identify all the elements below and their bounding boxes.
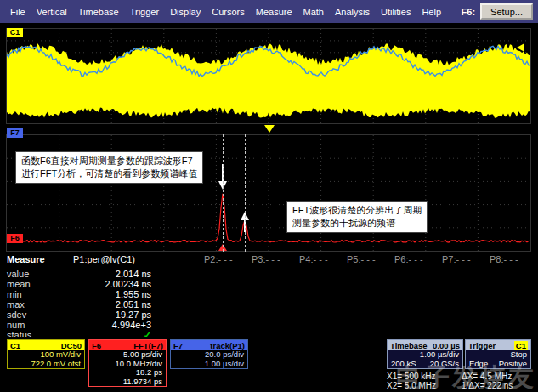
cursor-x2-readout: X2= 5.0 MHz xyxy=(387,381,436,390)
f6-fft-trace xyxy=(7,194,530,242)
f7-box-title: F7 xyxy=(173,341,183,350)
timebase-tdiv: 1.00 µs/div xyxy=(388,350,462,360)
measure-col-p5[interactable]: P5:- - - xyxy=(347,254,376,264)
c1-waveform-svg xyxy=(7,29,530,123)
measure-col-p8[interactable]: P8:- - - xyxy=(490,254,518,264)
menu-vertical[interactable]: Vertical xyxy=(31,4,72,20)
cursor-invdx-readout: 1/ΔX= 222 ns xyxy=(462,381,513,390)
trigger-type: Edge xyxy=(469,360,488,369)
c1-box-title: C1 xyxy=(10,341,20,350)
f6-function: FFT(F7) xyxy=(133,341,163,350)
menu-help[interactable]: Help xyxy=(416,4,446,20)
menu-utilities[interactable]: Utilities xyxy=(376,4,416,20)
f7-vdiv: 20.0 ps/div xyxy=(171,350,247,360)
note2-line2: 测量参数的干扰源的频谱 xyxy=(292,217,422,230)
c1-coupling: DC50 xyxy=(61,341,82,350)
c1-waveform xyxy=(7,43,530,118)
menu-cursors[interactable]: Cursors xyxy=(207,4,250,20)
trace-label-f6: F6 xyxy=(7,234,23,243)
annotation-note-2: FFT波形很清楚的分辨出了周期 测量参数的干扰源的频谱 xyxy=(286,201,428,233)
p1-sdev: 19.27 ps xyxy=(76,310,151,320)
f6-box-title: F6 xyxy=(92,341,101,350)
f7-descriptor-box[interactable]: F7 track(P1) 20.0 ps/div 1.00 µs/div xyxy=(170,339,248,369)
measure-row-max: max 2.051 ns xyxy=(0,299,538,310)
grid-c1 xyxy=(6,28,531,124)
trigger-box[interactable]: Trigger C1 Stop Edge Positive xyxy=(465,339,531,369)
trigger-title: Trigger xyxy=(468,341,496,350)
menu-math[interactable]: Math xyxy=(298,4,329,20)
menu-trigger[interactable]: Trigger xyxy=(125,4,164,20)
trigger-time-marker[interactable] xyxy=(264,125,275,133)
waveform-display: C1 F7 F6 函数F6直接对周期测量参数的跟踪波形F7 xyxy=(0,23,538,252)
measure-col-p2[interactable]: P2:- - - xyxy=(204,254,233,264)
p1-min: 1.955 ns xyxy=(76,289,151,299)
note1-line2: 进行FFT分析，可清楚的看到参数频谱峰值 xyxy=(21,168,197,180)
f6-readout1: 18.2 ps xyxy=(89,368,166,378)
measure-col-p1[interactable]: P1:per@lv(C1) xyxy=(73,254,135,264)
f6-readout2: 11.9734 ps xyxy=(89,378,166,387)
note2-line1: FFT波形很清楚的分辨出了周期 xyxy=(292,204,422,217)
measure-panel: Measure P1:per@lv(C1) P2:- - - P3:- - - … xyxy=(0,252,538,337)
measure-row-sdev: sdev 19.27 ps xyxy=(0,310,538,320)
f7-hdiv: 1.00 µs/div xyxy=(171,360,247,369)
menu-analysis[interactable]: Analysis xyxy=(330,4,375,20)
annotation-note-1: 函数F6直接对周期测量参数的跟踪波形F7 进行FFT分析，可清楚的看到参数频谱峰… xyxy=(15,151,203,184)
measure-title: Measure xyxy=(7,254,45,264)
timebase-delay: 0.00 µs xyxy=(433,341,460,350)
menu-display[interactable]: Display xyxy=(165,4,206,20)
oscilloscope-screen: File Vertical Timebase Trigger Display C… xyxy=(0,0,538,392)
f6-context-label: F6: xyxy=(462,7,476,17)
trace-label-f7: F7 xyxy=(7,128,23,138)
cursor-dx-readout: ΔX= 4.5 MHz xyxy=(462,372,512,381)
trigger-mode: Stop xyxy=(466,350,530,360)
menu-bar: File Vertical Timebase Trigger Display C… xyxy=(0,0,538,23)
setup-button[interactable]: Setup... xyxy=(480,3,533,20)
note1-line1: 函数F6直接对周期测量参数的跟踪波形F7 xyxy=(21,155,197,168)
p1-mean: 2.00234 ns xyxy=(76,279,151,289)
menu-measure[interactable]: Measure xyxy=(251,4,297,20)
measure-col-p3[interactable]: P3:- - - xyxy=(252,254,280,264)
p1-max: 2.051 ns xyxy=(76,299,151,310)
c1-descriptor-box[interactable]: C1 DC50 100 mV/div 722.0 mV ofst xyxy=(7,339,85,369)
measure-col-p7[interactable]: P7:- - - xyxy=(442,254,471,264)
f6-vdiv: 5.00 ps/div xyxy=(89,350,166,360)
p1-num: 4.994e+3 xyxy=(76,320,151,330)
p1-value: 2.014 ns xyxy=(76,269,151,279)
menu-file[interactable]: File xyxy=(5,4,31,20)
status-bar: C1 DC50 100 mV/div 722.0 mV ofst F6 FFT(… xyxy=(0,337,538,392)
measure-row-min: min 1.955 ns xyxy=(0,289,538,299)
c1-offset: 722.0 mV ofst xyxy=(8,360,84,369)
f6-descriptor-box[interactable]: F6 FFT(F7) 5.00 ps/div 10.0 MHz/div 18.2… xyxy=(88,339,167,387)
timebase-title: Timebase xyxy=(390,341,428,350)
trigger-level-marker[interactable] xyxy=(517,43,524,52)
measure-col-p4[interactable]: P4:- - - xyxy=(299,254,328,264)
measure-row-mean: mean 2.00234 ns xyxy=(0,279,538,289)
timebase-samples: 200 kS xyxy=(391,360,416,369)
cursor-1[interactable] xyxy=(223,134,224,252)
cursor-2[interactable] xyxy=(245,134,246,252)
trigger-source: C1 xyxy=(514,341,528,350)
measure-row-value: value 2.014 ns xyxy=(0,269,538,279)
c1-vdiv: 100 mV/div xyxy=(8,350,84,360)
cursor-x1-readout: X1= 500 kHz xyxy=(387,372,436,381)
measure-col-p6[interactable]: P6:- - - xyxy=(394,254,423,264)
f7-function: track(P1) xyxy=(210,341,245,350)
trigger-slope: Positive xyxy=(499,360,527,369)
measure-row-num: num 4.994e+3 xyxy=(0,320,538,330)
timebase-rate: 20 GS/s xyxy=(430,360,459,369)
menu-timebase[interactable]: Timebase xyxy=(73,4,124,20)
timebase-box[interactable]: Timebase 0.00 µs 1.00 µs/div 200 kS 20 G… xyxy=(387,339,463,369)
trace-label-c1: C1 xyxy=(7,28,23,37)
